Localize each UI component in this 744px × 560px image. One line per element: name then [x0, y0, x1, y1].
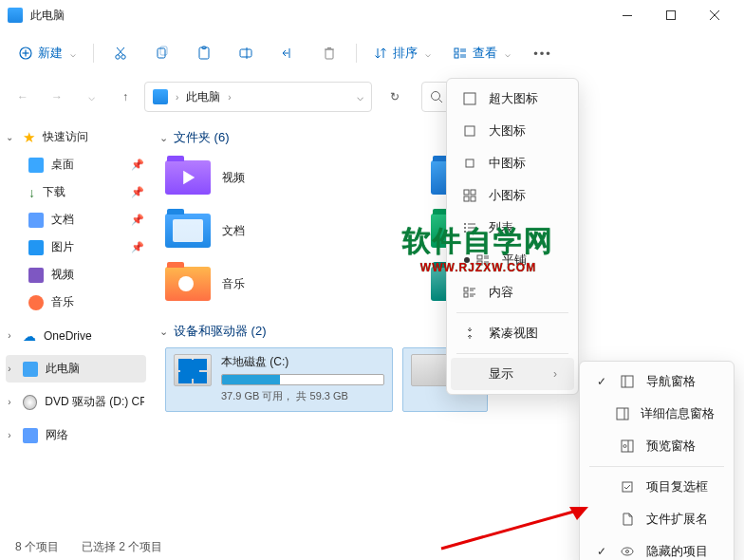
- view-label: 查看: [473, 45, 497, 62]
- share-button[interactable]: [269, 36, 307, 70]
- expand-icon[interactable]: ›: [4, 430, 15, 440]
- list-icon: [462, 220, 477, 235]
- menu-sm-icons[interactable]: 小图标: [451, 179, 574, 212]
- grid-icon: [462, 123, 477, 139]
- svg-line-9: [117, 47, 123, 55]
- svg-rect-12: [160, 47, 167, 55]
- drive-free-text: 37.9 GB 可用， 共 59.3 GB: [221, 389, 384, 403]
- sort-button[interactable]: 排序 ⌵: [364, 36, 440, 70]
- menu-xl-icons[interactable]: 超大图标: [451, 83, 574, 115]
- address-bar[interactable]: › 此电脑 › ⌵: [144, 82, 372, 112]
- svg-rect-1: [667, 11, 676, 20]
- pin-icon: 📌: [131, 241, 144, 253]
- menu-lg-icons[interactable]: 大图标: [451, 115, 574, 147]
- sidebar-item-downloads[interactable]: ↓ 下载 📌: [0, 178, 152, 206]
- svg-rect-11: [158, 48, 165, 58]
- sidebar-label: 下载: [43, 184, 65, 200]
- svg-point-7: [116, 55, 120, 59]
- sidebar-item-videos[interactable]: 视频: [0, 261, 152, 289]
- folder-label: 文档: [222, 223, 245, 239]
- paste-button[interactable]: [185, 36, 223, 70]
- menu-show[interactable]: 显示›: [451, 358, 574, 390]
- close-button[interactable]: [693, 0, 736, 30]
- more-button[interactable]: •••: [524, 36, 562, 70]
- svg-rect-40: [465, 126, 474, 136]
- menu-md-icons[interactable]: 中图标: [451, 147, 574, 179]
- pc-icon: [153, 89, 168, 104]
- copy-button[interactable]: [143, 36, 181, 70]
- sidebar-label: 视频: [51, 267, 74, 283]
- svg-rect-44: [464, 196, 469, 201]
- pin-icon: 📌: [131, 159, 144, 171]
- minimize-button[interactable]: [605, 0, 649, 30]
- chevron-right-icon: ›: [228, 92, 231, 103]
- sidebar-item-network[interactable]: › 网络: [0, 421, 152, 449]
- new-button[interactable]: 新建 ⌵: [9, 36, 85, 70]
- pin-icon: 📌: [131, 186, 144, 198]
- sidebar-item-pictures[interactable]: 图片 📌: [0, 233, 152, 261]
- sidebar-item-music[interactable]: 音乐: [0, 289, 152, 316]
- expand-icon[interactable]: ›: [4, 364, 15, 374]
- folder-videos[interactable]: 视频: [165, 156, 393, 199]
- maximize-button[interactable]: [649, 0, 693, 30]
- up-button[interactable]: ↑: [110, 82, 140, 112]
- menu-preview-pane[interactable]: ✓预览窗格: [584, 430, 730, 462]
- view-button[interactable]: 查看 ⌵: [444, 36, 520, 70]
- sidebar-item-documents[interactable]: 文档 📌: [0, 206, 152, 233]
- folder-icon: [165, 160, 211, 195]
- folder-music[interactable]: 音乐: [165, 262, 393, 306]
- svg-point-50: [464, 227, 466, 229]
- folder-documents[interactable]: 文档: [165, 209, 393, 252]
- picture-icon: [28, 240, 44, 255]
- back-button[interactable]: ←: [8, 82, 38, 112]
- sidebar-item-dvd[interactable]: › DVD 驱动器 (D:) CP: [0, 388, 152, 416]
- drive-c[interactable]: 本地磁盘 (C:) 37.9 GB 可用， 共 59.3 GB: [165, 347, 393, 412]
- group-label: 设备和驱动器 (2): [174, 323, 267, 340]
- svg-rect-55: [477, 261, 482, 265]
- menu-list[interactable]: 列表: [451, 212, 574, 244]
- rename-button[interactable]: [227, 36, 265, 70]
- expand-icon[interactable]: ⌄: [4, 132, 15, 142]
- grid-icon: [462, 188, 477, 203]
- delete-button[interactable]: [310, 36, 348, 70]
- expand-icon[interactable]: ›: [4, 397, 15, 407]
- refresh-button[interactable]: ↻: [380, 82, 410, 112]
- checkbox-icon: [620, 479, 635, 495]
- window-controls: [605, 0, 736, 30]
- view-menu: 超大图标 大图标 中图标 小图标 列表 平铺 内容 紧凑视图 显示›: [446, 78, 579, 395]
- sidebar-item-thispc[interactable]: › 此电脑: [6, 355, 146, 383]
- svg-rect-28: [178, 359, 192, 370]
- new-label: 新建: [38, 45, 63, 62]
- sidebar-label: 网络: [46, 427, 68, 443]
- drive-icon: [411, 354, 449, 386]
- pane-icon: [620, 374, 635, 389]
- chevron-down-icon[interactable]: ⌵: [357, 90, 363, 103]
- desktop-icon: [28, 158, 44, 173]
- forward-button[interactable]: →: [42, 82, 72, 112]
- pin-icon: 📌: [131, 214, 144, 226]
- sidebar-item-quick-access[interactable]: ⌄ ★ 快速访问: [0, 123, 152, 151]
- menu-compact[interactable]: 紧凑视图: [451, 317, 574, 349]
- drive-usage-bar: [221, 374, 384, 385]
- chevron-down-icon: ⌵: [70, 48, 76, 59]
- sidebar-item-desktop[interactable]: 桌面 📌: [0, 151, 152, 178]
- drive-name: 本地磁盘 (C:): [221, 354, 384, 370]
- menu-tiles[interactable]: 平铺: [451, 244, 574, 276]
- cut-button[interactable]: [102, 36, 140, 70]
- breadcrumb[interactable]: 此电脑: [186, 89, 220, 105]
- toolbar: 新建 ⌵ 排序 ⌵ 查看 ⌵ •••: [0, 30, 744, 76]
- sidebar-item-onedrive[interactable]: › ☁ OneDrive: [0, 322, 152, 349]
- menu-nav-pane[interactable]: ✓导航窗格: [584, 365, 730, 398]
- sidebar-label: 音乐: [51, 294, 74, 310]
- expand-icon[interactable]: ›: [4, 330, 15, 341]
- eye-icon: [620, 544, 635, 559]
- menu-file-extensions[interactable]: ✓文件扩展名: [584, 503, 730, 535]
- titlebar: 此电脑: [0, 0, 744, 30]
- sidebar-label: 快速访问: [43, 129, 88, 145]
- menu-details-pane[interactable]: ✓详细信息窗格: [584, 398, 730, 430]
- menu-hidden-items[interactable]: ✓隐藏的项目: [584, 535, 730, 560]
- recent-button[interactable]: ⌵: [76, 82, 106, 112]
- menu-content[interactable]: 内容: [451, 276, 574, 308]
- menu-item-checkboxes[interactable]: ✓项目复选框: [584, 471, 730, 503]
- svg-line-10: [118, 47, 124, 55]
